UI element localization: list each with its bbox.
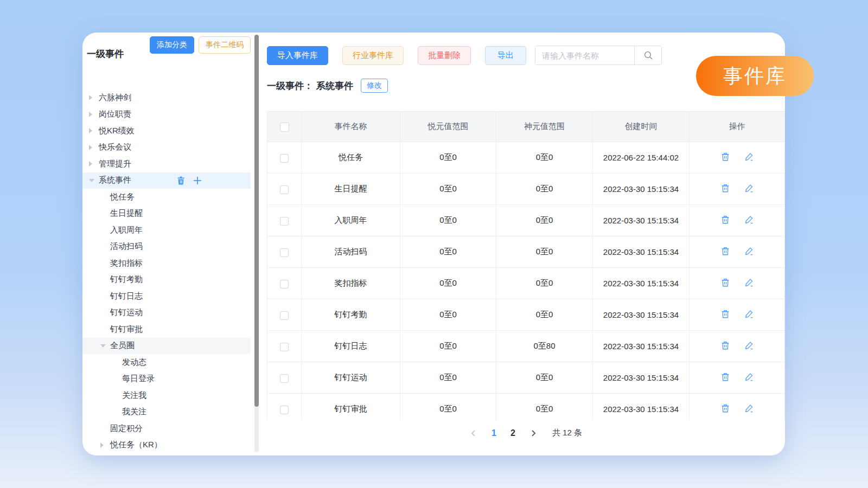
caret-right-icon[interactable] [89, 161, 94, 166]
cell-yue-range: 0至0 [400, 394, 496, 421]
col-header-operations: 操作 [690, 112, 785, 142]
trash-icon[interactable] [720, 309, 730, 319]
page-button-1[interactable]: 1 [492, 428, 496, 438]
cell-created: 2022-03-30 15:15:34 [593, 205, 690, 236]
row-checkbox[interactable] [280, 248, 289, 257]
caret-right-icon[interactable] [89, 128, 94, 133]
tree-item[interactable]: 发动态 [82, 354, 251, 370]
table-row: 入职周年0至00至02022-03-30 15:15:34 [267, 205, 785, 236]
edit-pencil-icon[interactable] [744, 246, 754, 256]
tree-item[interactable]: 管理提升 [82, 156, 251, 172]
edit-pencil-icon[interactable] [744, 403, 754, 413]
tree-item[interactable]: 快乐会议 [82, 139, 251, 156]
trash-icon[interactable] [720, 403, 730, 413]
tree-item-label: 六脉神剑 [99, 93, 131, 103]
event-qrcode-button[interactable]: 事件二维码 [199, 36, 251, 54]
tree-item[interactable]: 悦任务（KR） [82, 437, 251, 453]
caret-right-icon[interactable] [100, 442, 106, 448]
cell-name: 生日提醒 [302, 174, 400, 205]
tree-item-label: 关注我 [122, 390, 146, 401]
event-library-card: 一级事件 添加分类 事件二维码 六脉神剑岗位职责悦KR绩效快乐会议管理提升系统事… [82, 33, 785, 455]
tree-item[interactable]: 钉钉审批 [82, 321, 251, 337]
tree-item[interactable]: 每日登录 [82, 371, 251, 387]
sidebar-scrollbar-thumb[interactable] [254, 35, 259, 407]
cell-name: 悦任务 [302, 142, 400, 174]
cell-name: 钉钉日志 [302, 331, 400, 362]
edit-pencil-icon[interactable] [744, 372, 754, 382]
tree-item[interactable]: 钉钉日志 [82, 288, 251, 304]
tree-item-label: 全员圈 [110, 341, 135, 351]
tree-item[interactable]: 生日提醒 [82, 206, 251, 222]
trash-icon[interactable] [720, 278, 730, 287]
row-checkbox[interactable] [280, 343, 289, 351]
row-checkbox[interactable] [280, 374, 289, 383]
caret-right-icon[interactable] [89, 145, 94, 150]
select-all-checkbox[interactable] [280, 123, 289, 132]
trash-icon[interactable] [720, 341, 730, 350]
cell-yue-range: 0至0 [400, 331, 496, 362]
sidebar-scrollbar-track[interactable] [254, 35, 259, 452]
caret-right-icon[interactable] [89, 112, 94, 117]
tree-item[interactable]: 悦任务 [82, 189, 251, 205]
tree-item[interactable]: 入职周年 [82, 222, 251, 238]
table-row: 钉钉审批0至00至02022-03-30 15:15:34 [267, 394, 785, 421]
row-actions [720, 309, 754, 319]
row-checkbox[interactable] [280, 311, 289, 320]
row-actions [720, 152, 754, 162]
cell-yue-range: 0至0 [400, 362, 496, 394]
row-checkbox[interactable] [280, 185, 289, 194]
trash-icon[interactable] [720, 246, 730, 256]
tree-item[interactable]: 悦KR绩效 [82, 123, 251, 139]
cell-shen-range: 0至0 [496, 299, 593, 331]
tree-item[interactable]: 全员圈 [82, 338, 251, 354]
tree-item[interactable]: 钉钉运动 [82, 305, 251, 321]
cell-shen-range: 0至0 [496, 205, 593, 236]
table-row: 钉钉日志0至00至802022-03-30 15:15:34 [267, 331, 785, 362]
tree-item-label: 系统事件 [99, 175, 131, 185]
tree-item[interactable]: 钉钉考勤 [82, 272, 251, 288]
industry-event-library-button[interactable]: 行业事件库 [342, 46, 404, 65]
plus-icon[interactable] [193, 176, 202, 185]
trash-icon[interactable] [720, 215, 730, 224]
edit-pencil-icon[interactable] [744, 309, 754, 319]
tree-item[interactable]: 岗位职责 [82, 106, 251, 123]
table-row: 活动扫码0至00至02022-03-30 15:15:34 [267, 236, 785, 268]
tree-item[interactable]: 系统事件 [82, 172, 251, 189]
import-event-library-button[interactable]: 导入事件库 [267, 46, 328, 65]
tree-item[interactable]: 活动扫码 [82, 239, 251, 255]
caret-right-icon[interactable] [89, 95, 94, 100]
chevron-right-icon[interactable] [529, 429, 537, 437]
cell-created: 2022-03-30 15:15:34 [593, 394, 690, 421]
tree-item[interactable]: 奖扣指标 [82, 255, 251, 271]
row-checkbox[interactable] [280, 280, 289, 288]
edit-pencil-icon[interactable] [744, 278, 754, 287]
edit-pencil-icon[interactable] [744, 152, 754, 162]
edit-pencil-icon[interactable] [744, 215, 754, 224]
cell-yue-range: 0至0 [400, 268, 496, 299]
trash-icon[interactable] [720, 183, 730, 193]
trash-icon[interactable] [720, 152, 730, 162]
search-button[interactable] [634, 46, 661, 65]
row-checkbox[interactable] [280, 217, 289, 226]
tree-item[interactable]: 固定积分 [82, 420, 251, 436]
chevron-left-icon[interactable] [470, 429, 477, 437]
trash-icon[interactable] [177, 176, 185, 185]
trash-icon[interactable] [720, 372, 730, 382]
edit-filter-button[interactable]: 修改 [361, 79, 388, 93]
caret-down-icon[interactable] [100, 344, 106, 348]
table-row: 钉钉考勤0至00至02022-03-30 15:15:34 [267, 299, 785, 331]
search-input[interactable] [535, 46, 634, 65]
tree-item[interactable]: 关注我 [82, 387, 251, 403]
row-checkbox[interactable] [280, 406, 289, 414]
page-button-2[interactable]: 2 [510, 428, 515, 438]
cell-created: 2022-06-22 15:44:02 [593, 142, 690, 174]
edit-pencil-icon[interactable] [744, 341, 754, 350]
tree-item[interactable]: 六脉神剑 [82, 89, 251, 106]
export-button[interactable]: 导出 [485, 46, 526, 65]
add-category-button[interactable]: 添加分类 [150, 36, 194, 54]
tree-item[interactable]: 我关注 [82, 404, 251, 420]
edit-pencil-icon[interactable] [744, 183, 754, 193]
caret-down-icon[interactable] [89, 179, 94, 182]
row-checkbox[interactable] [280, 154, 289, 163]
batch-delete-button[interactable]: 批量删除 [418, 46, 471, 65]
